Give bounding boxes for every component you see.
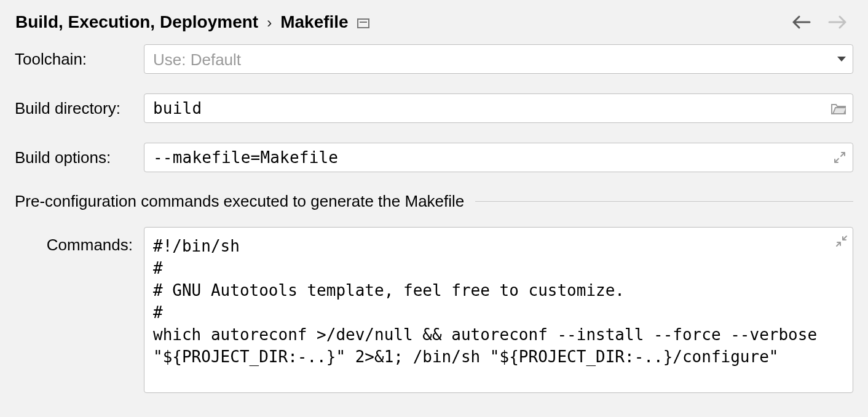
breadcrumb-parent[interactable]: Build, Execution, Deployment [15,12,258,32]
build-directory-row: Build directory: [15,93,853,123]
commands-text: #!/bin/sh # # GNU Autotools template, fe… [153,235,828,368]
settings-form: Toolchain: Use: Default Build directory:… [0,38,868,393]
divider [475,201,853,202]
breadcrumb-current: Makefile [280,12,349,32]
project-scope-icon [357,18,369,28]
build-directory-input[interactable] [144,93,853,123]
collapse-icon[interactable] [835,232,848,252]
expand-icon[interactable] [834,151,846,164]
commands-label: Commands: [15,227,144,393]
build-options-row: Build options: [15,143,853,172]
dropdown-icon [837,57,846,62]
browse-folder-icon[interactable] [831,102,846,114]
commands-textarea[interactable]: #!/bin/sh # # GNU Autotools template, fe… [144,227,853,393]
breadcrumb: Build, Execution, Deployment › Makefile [15,12,792,32]
build-options-label: Build options: [15,148,144,167]
header: Build, Execution, Deployment › Makefile [0,0,868,38]
arrow-left-icon [792,15,811,29]
forward-button[interactable] [828,15,846,29]
arrow-right-icon [828,15,846,29]
build-options-input[interactable] [144,143,853,172]
back-button[interactable] [792,15,811,29]
build-directory-label: Build directory: [15,99,144,118]
nav-arrows [792,15,853,29]
toolchain-select[interactable]: Use: Default [144,44,853,74]
toolchain-label: Toolchain: [15,50,144,69]
commands-row: Commands: #!/bin/sh # # GNU Autotools te… [15,227,853,393]
toolchain-row: Toolchain: Use: Default [15,44,853,74]
breadcrumb-separator: › [267,14,272,31]
preconfig-section-title: Pre-configuration commands executed to g… [15,192,853,211]
